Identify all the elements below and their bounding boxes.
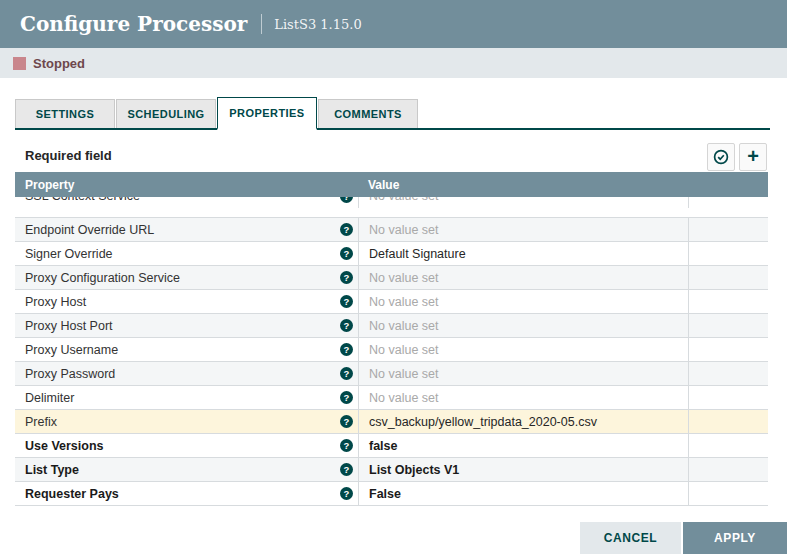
dialog-header: Configure Processor ListS3 1.15.0	[0, 0, 787, 48]
table-row[interactable]: Requester Pays?False	[15, 482, 768, 506]
table-header: Property Value	[15, 172, 768, 197]
value-cell[interactable]: csv_backup/yellow_tripdata_2020-05.csv	[358, 410, 688, 433]
value-cell[interactable]: No value set	[358, 218, 688, 241]
property-name: SSL Context Service	[25, 197, 140, 203]
configure-processor-dialog: Configure Processor ListS3 1.15.0 Stoppe…	[0, 0, 787, 554]
tab-scheduling[interactable]: SCHEDULING	[116, 99, 216, 128]
table-row[interactable]: Proxy Configuration Service?No value set	[15, 266, 768, 290]
add-property-button[interactable]: +	[739, 143, 767, 171]
property-cell: Delimiter?	[15, 386, 358, 409]
column-header-value: Value	[358, 178, 688, 192]
question-circle-icon[interactable]: ?	[340, 415, 353, 428]
property-name: Proxy Configuration Service	[25, 271, 180, 285]
processor-type-version: ListS3 1.15.0	[274, 17, 361, 32]
question-circle-icon[interactable]: ?	[340, 247, 353, 260]
property-cell: Requester Pays?	[15, 482, 358, 505]
table-row[interactable]: Proxy Password?No value set	[15, 362, 768, 386]
extra-cell	[688, 290, 768, 313]
property-name: Proxy Password	[25, 367, 115, 381]
stopped-square-icon	[13, 57, 26, 70]
property-cell: Proxy Configuration Service?	[15, 266, 358, 289]
property-name: Proxy Username	[25, 343, 118, 357]
extra-cell	[688, 218, 768, 241]
value-cell[interactable]: false	[358, 434, 688, 457]
table-row[interactable]: Signer Override?Default Signature	[15, 242, 768, 266]
property-name: Delimiter	[25, 391, 74, 405]
column-header-property: Property	[15, 178, 358, 192]
property-name: Proxy Host	[25, 295, 86, 309]
question-circle-icon[interactable]: ?	[340, 295, 353, 308]
required-field-label: Required field	[25, 148, 112, 163]
table-row[interactable]: Proxy Host?No value set	[15, 290, 768, 314]
value-cell[interactable]: No value set	[358, 338, 688, 361]
property-name: Endpoint Override URL	[25, 223, 154, 237]
scrolled-partial-row: SSL Context Service?No value set	[15, 197, 768, 218]
property-name: Requester Pays	[25, 487, 119, 501]
property-cell: Prefix?	[15, 410, 358, 433]
page-title: Configure Processor	[20, 12, 247, 36]
table-row[interactable]: List Type?List Objects V1	[15, 458, 768, 482]
extra-cell	[688, 482, 768, 505]
extra-cell	[688, 197, 768, 208]
extra-cell	[688, 314, 768, 337]
value-cell[interactable]: No value set	[358, 314, 688, 337]
extra-cell	[688, 242, 768, 265]
value-cell[interactable]: No value set	[358, 197, 688, 208]
verify-properties-button[interactable]	[707, 143, 735, 171]
table-row[interactable]: SSL Context Service?No value set	[15, 197, 768, 208]
question-circle-icon[interactable]: ?	[340, 197, 353, 203]
question-circle-icon[interactable]: ?	[340, 343, 353, 356]
value-cell[interactable]: Default Signature	[358, 242, 688, 265]
table-row[interactable]: Proxy Host Port?No value set	[15, 314, 768, 338]
table-row[interactable]: Prefix?csv_backup/yellow_tripdata_2020-0…	[15, 410, 768, 434]
question-circle-icon[interactable]: ?	[340, 223, 353, 236]
property-name: Use Versions	[25, 439, 104, 453]
extra-cell	[688, 362, 768, 385]
property-name: Prefix	[25, 415, 57, 429]
question-circle-icon[interactable]: ?	[340, 439, 353, 452]
value-cell[interactable]: No value set	[358, 266, 688, 289]
property-cell: Proxy Username?	[15, 338, 358, 361]
apply-button[interactable]: APPLY	[683, 522, 787, 554]
question-circle-icon[interactable]: ?	[340, 271, 353, 284]
property-name: Signer Override	[25, 247, 113, 261]
property-cell: Proxy Host Port?	[15, 314, 358, 337]
table-row[interactable]: Endpoint Override URL?No value set	[15, 218, 768, 242]
properties-table: Property Value SSL Context Service?No va…	[15, 172, 768, 506]
title-divider	[261, 14, 262, 34]
question-circle-icon[interactable]: ?	[340, 319, 353, 332]
tab-settings[interactable]: SETTINGS	[15, 99, 115, 128]
question-circle-icon[interactable]: ?	[340, 463, 353, 476]
extra-cell	[688, 410, 768, 433]
question-circle-icon[interactable]: ?	[340, 367, 353, 380]
value-cell[interactable]: False	[358, 482, 688, 505]
value-cell[interactable]: No value set	[358, 386, 688, 409]
cancel-button[interactable]: CANCEL	[580, 522, 681, 554]
property-cell: Signer Override?	[15, 242, 358, 265]
extra-cell	[688, 338, 768, 361]
status-bar: Stopped	[0, 48, 787, 78]
property-cell: SSL Context Service?	[15, 197, 358, 208]
value-cell[interactable]: List Objects V1	[358, 458, 688, 481]
property-cell: Use Versions?	[15, 434, 358, 457]
property-name: List Type	[25, 463, 79, 477]
table-row[interactable]: Proxy Username?No value set	[15, 338, 768, 362]
table-row[interactable]: Delimiter?No value set	[15, 386, 768, 410]
question-circle-icon[interactable]: ?	[340, 391, 353, 404]
value-cell[interactable]: No value set	[358, 362, 688, 385]
tab-properties[interactable]: PROPERTIES	[217, 97, 317, 130]
extra-cell	[688, 434, 768, 457]
property-cell: Proxy Host?	[15, 290, 358, 313]
property-cell: Proxy Password?	[15, 362, 358, 385]
property-name: Proxy Host Port	[25, 319, 113, 333]
table-body: SSL Context Service?No value setEndpoint…	[15, 197, 768, 506]
property-cell: List Type?	[15, 458, 358, 481]
table-row[interactable]: Use Versions?false	[15, 434, 768, 458]
question-circle-icon[interactable]: ?	[340, 487, 353, 500]
plus-icon: +	[747, 146, 759, 166]
check-circle-icon	[713, 149, 729, 165]
status-badge: Stopped	[33, 56, 85, 71]
extra-cell	[688, 458, 768, 481]
value-cell[interactable]: No value set	[358, 290, 688, 313]
tab-comments[interactable]: COMMENTS	[318, 99, 418, 128]
